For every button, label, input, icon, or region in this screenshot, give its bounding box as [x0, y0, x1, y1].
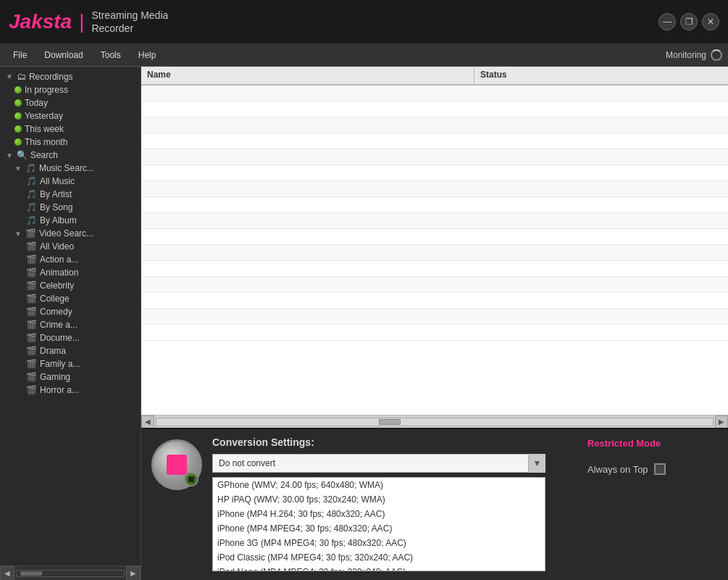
music-note-icon: 🎵 [26, 202, 37, 212]
minimize-button[interactable]: — [658, 13, 676, 30]
video-icon: 🎬 [26, 320, 37, 330]
always-on-top-control[interactable]: Always on Top [587, 463, 666, 475]
recordings-folder-icon: 🗂 [17, 71, 26, 82]
close-button[interactable]: ✕ [702, 13, 719, 30]
table-row [141, 277, 728, 293]
convert-option[interactable]: GPhone (WMV; 24.00 fps; 640x480; WMA) [213, 478, 545, 492]
status-dot-icon [14, 112, 22, 120]
sidebar: ▼ 🗂 Recordings In progress Today Yesterd… [0, 67, 141, 580]
table-body [141, 86, 728, 415]
restore-button[interactable]: ❐ [680, 13, 698, 30]
table-row [141, 165, 728, 181]
sidebar-item-search[interactable]: ▼ 🔍 Search [0, 149, 141, 162]
menu-help[interactable]: Help [131, 47, 164, 63]
sidebar-item-comedy[interactable]: 🎬 Comedy [0, 305, 141, 318]
convert-select-wrapper[interactable]: Do not convert ▼ [212, 454, 545, 473]
sidebar-item-music-search[interactable]: ▼ 🎵 Music Searc... [0, 162, 141, 175]
convert-select[interactable]: Do not convert [212, 454, 545, 473]
sidebar-item-animation[interactable]: 🎬 Animation [0, 266, 141, 279]
table-row [141, 102, 728, 117]
video-search-icon: 🎬 [25, 228, 36, 239]
sidebar-tree[interactable]: ▼ 🗂 Recordings In progress Today Yesterd… [0, 67, 141, 566]
sidebar-item-college[interactable]: 🎬 College [0, 292, 141, 305]
table-row [141, 229, 728, 245]
hscroll-track[interactable] [156, 418, 714, 426]
bottom-panel: Conversion Settings: Do not convert ▼ GP… [141, 428, 728, 580]
sidebar-item-this-month[interactable]: This month [0, 136, 141, 149]
sidebar-item-family[interactable]: 🎬 Family a... [0, 357, 141, 370]
convert-option[interactable]: HP iPAQ (WMV; 30.00 fps; 320x240; WMA) [213, 492, 545, 507]
sidebar-item-gaming[interactable]: 🎬 Gaming [0, 370, 141, 384]
hscroll-left-button[interactable]: ◀ [141, 415, 154, 428]
sidebar-item-by-artist[interactable]: 🎵 By Artist [0, 188, 141, 201]
expand-icon: ▼ [6, 72, 13, 80]
logo-separator: | [79, 10, 84, 33]
sidebar-item-today[interactable]: Today [0, 96, 141, 109]
col-name-header: Name [141, 67, 474, 84]
video-icon: 🎬 [26, 372, 37, 382]
table-row [141, 309, 728, 325]
sidebar-item-yesterday[interactable]: Yesterday [0, 109, 141, 123]
window-controls: — ❐ ✕ [658, 13, 719, 30]
music-note-icon: 🎵 [26, 215, 37, 225]
convert-options-list[interactable]: GPhone (WMV; 24.00 fps; 640x480; WMA) HP… [212, 477, 545, 571]
status-dot-icon [14, 138, 22, 146]
conversion-title: Conversion Settings: [212, 436, 577, 448]
sidebar-item-in-progress[interactable]: In progress [0, 83, 141, 96]
sidebar-item-documentary[interactable]: 🎬 Docume... [0, 331, 141, 344]
convert-option[interactable]: iPod Nano (MP4 MPEG4; 30 fps; 320x240; A… [213, 565, 545, 571]
convert-option[interactable]: iPhone 3G (MP4 MPEG4; 30 fps; 480x320; A… [213, 536, 545, 550]
video-icon: 🎬 [26, 268, 37, 278]
menubar: File Download Tools Help Monitoring [0, 44, 728, 67]
conversion-settings: Conversion Settings: Do not convert ▼ GP… [212, 436, 577, 573]
sidebar-scroll-right[interactable]: ▶ [126, 566, 141, 581]
sidebar-item-by-album[interactable]: 🎵 By Album [0, 214, 141, 227]
menu-download[interactable]: Download [37, 47, 90, 63]
sidebar-scroll-left[interactable]: ◀ [0, 566, 14, 581]
restricted-mode-label: Restricted Mode [587, 438, 661, 449]
menu-file[interactable]: File [6, 47, 34, 63]
expand-icon: ▼ [14, 230, 22, 238]
sidebar-item-recordings[interactable]: ▼ 🗂 Recordings [0, 70, 141, 83]
right-settings: Restricted Mode Always on Top [587, 436, 718, 573]
sidebar-item-celebrity[interactable]: 🎬 Celebrity [0, 279, 141, 292]
sidebar-item-action[interactable]: 🎬 Action a... [0, 253, 141, 266]
hscroll-right-button[interactable]: ▶ [715, 415, 728, 428]
record-button[interactable] [151, 439, 202, 490]
video-icon: 🎬 [26, 307, 37, 317]
sidebar-hscrollbar[interactable] [16, 570, 125, 577]
table-area: Name Status [141, 67, 728, 415]
menu-tools[interactable]: Tools [93, 47, 128, 63]
sidebar-hscroll-thumb [20, 571, 42, 576]
music-search-icon: 🎵 [25, 163, 36, 173]
convert-option[interactable]: iPod Classic (MP4 MPEG4; 30 fps; 320x240… [213, 550, 545, 565]
sidebar-item-all-video[interactable]: 🎬 All Video [0, 240, 141, 253]
sidebar-item-horror[interactable]: 🎬 Horror a... [0, 384, 141, 397]
table-header: Name Status [141, 67, 728, 86]
table-row [141, 213, 728, 229]
table-row [141, 261, 728, 277]
sidebar-item-crime[interactable]: 🎬 Crime a... [0, 318, 141, 331]
convert-option[interactable]: iPhone (MP4 H.264; 30 fps; 480x320; AAC) [213, 507, 545, 521]
logo-area: Jaksta | Streaming Media Recorder [9, 9, 168, 35]
sidebar-item-by-song[interactable]: 🎵 By Song [0, 201, 141, 214]
sidebar-item-all-music[interactable]: 🎵 All Music [0, 175, 141, 188]
video-icon: 🎬 [26, 281, 37, 291]
table-row [141, 197, 728, 213]
sidebar-bottom-nav: ◀ ▶ [0, 566, 141, 580]
status-dot-icon [14, 99, 22, 107]
always-on-top-checkbox[interactable] [654, 463, 666, 475]
sidebar-item-video-search[interactable]: ▼ 🎬 Video Searc... [0, 227, 141, 240]
app-name: Streaming Media Recorder [91, 9, 168, 35]
video-icon: 🎬 [26, 241, 37, 252]
sidebar-item-drama[interactable]: 🎬 Drama [0, 344, 141, 357]
stop-badge [184, 472, 198, 486]
stop-icon [188, 476, 194, 482]
monitoring-spinner [711, 49, 722, 61]
monitoring-status: Monitoring [666, 49, 722, 61]
sidebar-item-this-week[interactable]: This week [0, 123, 141, 136]
main-content: ▼ 🗂 Recordings In progress Today Yesterd… [0, 67, 728, 580]
convert-option[interactable]: iPhone (MP4 MPEG4; 30 fps; 480x320; AAC) [213, 521, 545, 536]
table-row [141, 86, 728, 102]
expand-icon: ▼ [14, 165, 22, 173]
